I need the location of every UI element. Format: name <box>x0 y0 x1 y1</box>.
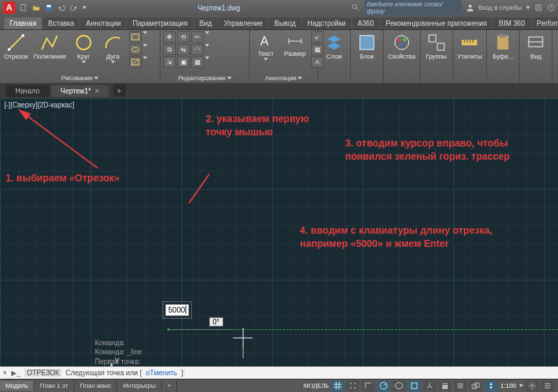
svg-rect-0 <box>21 5 25 11</box>
layers-button[interactable]: Слои <box>321 31 347 61</box>
drawing-canvas[interactable]: [-][Сверху][2D-каркас] 5000 0° X Y 1. вы… <box>0 98 558 366</box>
isoplane-icon[interactable] <box>393 381 405 391</box>
groups-icon <box>427 33 446 52</box>
tab-insert[interactable]: Вставка <box>43 17 80 29</box>
svg-rect-55 <box>458 383 463 389</box>
tab-bim360[interactable]: BIM 360 <box>493 17 530 29</box>
move-icon[interactable]: ✥ <box>163 31 176 43</box>
undo-icon[interactable] <box>57 3 66 12</box>
tab-perf[interactable]: Performan <box>531 17 559 29</box>
help-icon[interactable]: ? <box>547 3 555 12</box>
line-button[interactable]: Отрезок <box>3 31 29 61</box>
dim-button[interactable]: Размер <box>282 31 308 59</box>
status-bar: МОДЕЛЬ 1:100 <box>177 381 558 391</box>
panel-view: Вид <box>520 30 552 83</box>
redo-icon[interactable] <box>70 3 78 12</box>
gear-icon[interactable] <box>526 381 538 391</box>
svg-line-7 <box>9 36 23 50</box>
tab-output[interactable]: Вывод <box>269 17 301 29</box>
svg-text:A: A <box>260 34 269 48</box>
svg-rect-51 <box>412 383 417 389</box>
ortho-toggle-icon[interactable] <box>362 381 375 391</box>
panel-draw: Отрезок Полилиния Круг Дуга Рисование <box>0 30 160 83</box>
open-icon[interactable] <box>32 3 40 12</box>
layers-icon <box>324 33 344 52</box>
cmd-close-icon[interactable]: × <box>3 369 7 377</box>
doc-tab-drawing[interactable]: Чертеж1* × <box>51 85 109 97</box>
cmd-option-undo[interactable]: оТменить <box>146 369 177 377</box>
tab-annotate[interactable]: Аннотации <box>80 17 126 29</box>
stretch-icon[interactable]: ⇲ <box>163 56 176 68</box>
tab-a360[interactable]: A360 <box>352 17 379 29</box>
mirror-icon[interactable]: ⇋ <box>177 44 190 55</box>
fillet-icon[interactable]: ◠ <box>191 44 204 55</box>
command-line[interactable]: × ▶_ ОТРЕЗОК Следующая точка или [оТмени… <box>0 366 558 379</box>
layout-plan1[interactable]: План 1 эт <box>34 381 74 391</box>
save-icon[interactable] <box>45 3 53 12</box>
copy-icon[interactable]: ⧉ <box>163 44 176 55</box>
close-icon[interactable]: × <box>95 87 99 95</box>
rect-icon[interactable] <box>129 31 142 43</box>
panel-annot: AТекст Размер ↙▦A Аннотации <box>250 30 318 83</box>
annoscale-icon[interactable] <box>485 381 497 391</box>
tab-home[interactable]: Главная <box>4 17 42 29</box>
layout-model[interactable]: Модель <box>0 381 34 391</box>
groups-button[interactable]: Группы <box>423 31 450 61</box>
view-button[interactable]: Вид <box>522 31 549 61</box>
hatch-icon[interactable] <box>129 56 142 68</box>
text-icon: A <box>257 33 274 50</box>
quick-access-toolbar: A Чертеж1.dwg Введите ключевое слово/фра… <box>0 0 558 15</box>
exchange-icon[interactable] <box>534 3 543 12</box>
circle-button[interactable]: Круг <box>70 31 97 65</box>
search-input[interactable]: Введите ключевое слово/фразу <box>364 0 462 15</box>
panel-utils: Утилиты <box>453 30 488 83</box>
dynamic-angle-display: 0° <box>209 317 223 326</box>
cycling-icon[interactable] <box>469 381 482 391</box>
panel-clip: Буфе... <box>487 30 520 83</box>
osnap-toggle-icon[interactable] <box>408 381 421 391</box>
login-link[interactable]: Вход в службы <box>478 4 522 11</box>
clip-button[interactable]: Буфе... <box>490 31 516 61</box>
lineweight-icon[interactable] <box>439 381 451 391</box>
svg-point-49 <box>354 387 356 389</box>
app-icon[interactable]: A <box>3 1 15 14</box>
tab-manage[interactable]: Управление <box>218 17 269 29</box>
layout-plan-mans[interactable]: План манс <box>75 381 118 391</box>
tab-addins[interactable]: Надстройки <box>302 17 352 29</box>
polar-toggle-icon[interactable] <box>377 381 390 391</box>
viewport-label[interactable]: [-][Сверху][2D-каркас] <box>4 101 74 109</box>
line-icon <box>6 33 26 52</box>
tab-parametric[interactable]: Параметризация <box>127 17 193 29</box>
ellipse-icon[interactable] <box>129 44 142 55</box>
snap-toggle-icon[interactable] <box>347 381 359 391</box>
customize-icon[interactable] <box>541 381 554 391</box>
cmd-active-command: ОТРЕЗОК <box>24 369 61 377</box>
text-button[interactable]: AТекст <box>252 31 279 62</box>
grid-toggle-icon[interactable] <box>331 381 344 391</box>
clipboard-icon <box>493 33 513 52</box>
layout-add[interactable]: + <box>162 381 177 391</box>
tab-view[interactable]: Вид <box>194 17 218 29</box>
3dosnap-icon[interactable] <box>423 381 436 391</box>
transparency-icon[interactable] <box>454 381 467 391</box>
utils-button[interactable]: Утилиты <box>456 31 484 61</box>
svg-rect-32 <box>500 34 506 38</box>
arc-button[interactable]: Дуга <box>100 31 126 65</box>
svg-point-23 <box>400 44 403 47</box>
rotate-icon[interactable]: ⟲ <box>177 31 190 43</box>
trim-icon[interactable]: ✂ <box>191 31 204 43</box>
props-button[interactable]: Свойства <box>386 31 417 61</box>
doc-tab-start[interactable]: Начало <box>6 85 50 97</box>
new-icon[interactable] <box>20 3 28 12</box>
scale-display[interactable]: 1:100 <box>500 382 516 389</box>
tab-featured[interactable]: Рекомендованные приложения <box>380 17 492 29</box>
dynamic-distance-input[interactable]: 5000 <box>165 304 189 316</box>
block-button[interactable]: Блок <box>354 31 380 61</box>
new-tab-button[interactable]: + <box>113 84 126 97</box>
scale-icon[interactable]: ▣ <box>177 56 190 68</box>
layout-interiors[interactable]: Интерьеры <box>117 381 162 391</box>
polyline-button[interactable]: Полилиния <box>32 31 68 61</box>
array-icon[interactable]: ▦ <box>191 56 204 68</box>
model-space-label[interactable]: МОДЕЛЬ <box>303 382 329 389</box>
qat-dropdown-icon[interactable] <box>82 6 86 9</box>
